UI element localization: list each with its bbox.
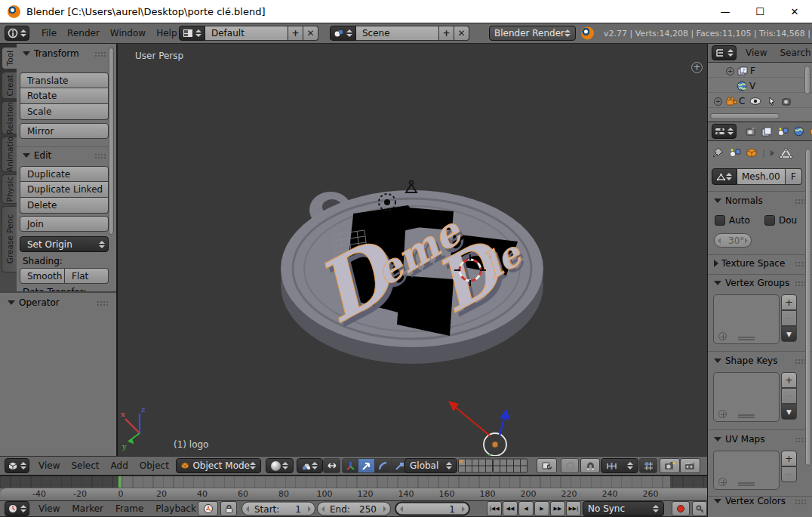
tool-shelf-scrollbar[interactable] (109, 48, 114, 235)
scene-icon-button[interactable] (330, 26, 356, 41)
timeline-ruler[interactable]: -40-200204060801001201401601802002202402… (0, 488, 707, 500)
menu-help[interactable]: Help (153, 28, 180, 38)
mesh-datablock-dropdown[interactable] (712, 168, 737, 185)
duplicate-button[interactable]: Duplicate (20, 166, 109, 182)
manipulator-toggle-button[interactable] (323, 458, 340, 473)
outliner-row-world[interactable]: V (737, 78, 755, 94)
sk-specials-button[interactable]: ▼ (781, 404, 797, 420)
panel-header-edit[interactable]: Edit (23, 150, 107, 161)
expand-icon[interactable]: + (726, 67, 734, 75)
outliner-row-renderlayers[interactable]: + ♪ F (726, 63, 755, 78)
playback-button[interactable]: ▶ (534, 501, 549, 516)
snap-element-select[interactable] (601, 458, 638, 473)
pivot-select[interactable] (297, 458, 323, 473)
tab-object-icon[interactable] (809, 127, 812, 137)
editor-type-outliner-button[interactable] (712, 45, 737, 60)
snap-target-button[interactable] (639, 458, 657, 473)
region-expand-icon[interactable]: + (691, 62, 703, 73)
close-button[interactable]: ✕ (777, 0, 812, 23)
outliner-menu-view[interactable]: View (743, 48, 770, 58)
breadcrumb-meshdata-icon[interactable] (780, 148, 792, 158)
panel-header-texture-space[interactable]: Texture Space (714, 258, 807, 269)
tool-tab-creat[interactable]: Creat (2, 72, 17, 99)
renderable-camera-icon[interactable] (782, 97, 792, 106)
outliner-item-label[interactable]: F (750, 66, 755, 76)
playback-button[interactable]: |◀◀ (487, 501, 502, 516)
v3d-menu-object[interactable]: Object (137, 460, 172, 471)
pin-icon[interactable] (712, 147, 724, 158)
minimize-button[interactable]: — (708, 0, 743, 23)
tab-scene-icon[interactable] (777, 127, 789, 137)
tl-menu-frame[interactable]: Frame (112, 503, 146, 514)
duplicate-linked-button[interactable]: Duplicate Linked (20, 182, 109, 198)
render-anim-button[interactable] (680, 458, 700, 473)
vg-specials-button[interactable]: ▼ (781, 326, 797, 342)
outliner-hscrollbar[interactable] (710, 113, 780, 119)
panel-header-transform[interactable]: Transform (23, 48, 107, 59)
snap-toggle-button[interactable] (580, 458, 600, 473)
uv-maps-list[interactable] (713, 451, 780, 490)
v3d-menu-view[interactable]: View (35, 460, 63, 471)
rotate-button[interactable]: Rotate (20, 88, 109, 104)
panel-header-operator[interactable]: Operator (8, 297, 109, 308)
flat-button[interactable]: Flat (65, 268, 109, 284)
panel-header-uv-maps[interactable]: UV Maps (714, 434, 807, 445)
delete-layout-button[interactable]: ✕ (303, 26, 318, 41)
outliner-item-label[interactable]: C (739, 96, 745, 106)
expand-icon[interactable]: + (714, 97, 722, 106)
vertex-groups-list[interactable] (713, 294, 780, 344)
vg-remove-button[interactable]: − (781, 310, 797, 326)
lock-to-scene-button[interactable] (537, 458, 557, 473)
tl-menu-view[interactable]: View (35, 503, 63, 514)
editor-type-timeline-button[interactable] (5, 501, 29, 516)
screen-layout-icon-button[interactable] (179, 26, 205, 41)
outliner-row-camera[interactable]: + C (714, 94, 792, 109)
frame-end-field[interactable]: End: 250 (317, 502, 391, 516)
scene-name[interactable]: Scene (356, 26, 439, 41)
editor-type-3dview-button[interactable] (5, 458, 29, 473)
playback-button[interactable]: ◀ (518, 501, 534, 516)
v3d-menu-add[interactable]: Add (108, 460, 131, 471)
tool-tab-physic[interactable]: Physic (2, 174, 17, 204)
translate-manipulator[interactable] (448, 401, 510, 456)
selectable-cursor-icon[interactable] (768, 97, 776, 106)
editor-type-info-button[interactable] (5, 26, 29, 41)
layers-group-2[interactable] (493, 459, 527, 473)
frame-start-field[interactable]: Start: 1 (241, 502, 315, 516)
layers-group-1[interactable] (458, 459, 493, 473)
sk-add-button[interactable]: + (781, 372, 797, 388)
visibility-eye-icon[interactable] (749, 97, 761, 105)
uv-list-resize-grip[interactable] (738, 482, 755, 486)
vg-add-button[interactable]: + (781, 294, 797, 310)
double-sided-checkbox[interactable]: Dou (764, 215, 797, 226)
current-frame-field[interactable]: 1 (395, 502, 470, 516)
tl-menu-marker[interactable]: Marker (69, 503, 106, 514)
tool-tab-grease-penc[interactable]: Grease Penc (2, 206, 17, 272)
smooth-angle-field[interactable]: 30° (714, 233, 752, 248)
properties-vscrollbar[interactable] (805, 149, 811, 466)
menu-render[interactable]: Render (64, 28, 103, 38)
time-indicator-button[interactable] (198, 501, 218, 516)
panel-header-normals[interactable]: Normals (714, 195, 807, 206)
editor-type-properties-button[interactable] (712, 124, 737, 139)
shape-keys-list[interactable] (713, 372, 780, 422)
tab-render-icon[interactable] (746, 127, 757, 136)
set-origin-dropdown[interactable]: Set Origin (20, 236, 109, 252)
outliner-menu-search[interactable]: Search (777, 48, 812, 58)
delete-scene-button[interactable]: ✕ (454, 26, 469, 41)
uv-add-button[interactable]: + (781, 451, 797, 466)
viewport-3d[interactable]: D D eme eme D D le le (117, 44, 707, 456)
tool-tab-relation[interactable]: Relation (2, 101, 17, 134)
panel-header-vertex-groups[interactable]: Vertex Groups (714, 278, 807, 288)
mirror-button[interactable]: Mirror (20, 123, 109, 139)
tab-renderlayers-icon[interactable] (761, 127, 773, 137)
lock-time-button[interactable] (220, 501, 237, 516)
v3d-menu-select[interactable]: Select (68, 460, 102, 471)
render-still-button[interactable] (660, 458, 680, 473)
tl-menu-playback[interactable]: Playback (152, 503, 199, 514)
add-scene-button[interactable]: + (439, 26, 454, 41)
tool-tab-animatio[interactable]: Animatio (2, 137, 17, 172)
viewport-shading-select[interactable] (266, 458, 294, 473)
timeline-current-frame-marker[interactable] (118, 476, 121, 488)
record-button[interactable] (672, 501, 690, 516)
